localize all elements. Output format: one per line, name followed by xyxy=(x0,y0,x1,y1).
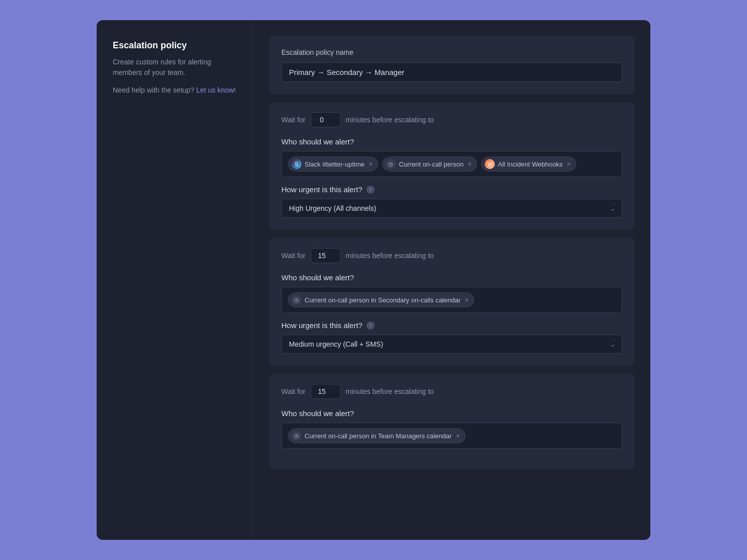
tag-close-managers[interactable]: × xyxy=(456,432,460,440)
urgency-select-2[interactable]: High Urgency (All channels) Medium urgen… xyxy=(281,335,622,354)
minutes-label-2: minutes before escalating to xyxy=(346,252,434,260)
escalation-step-2: Wait for minutes before escalating to Wh… xyxy=(269,238,634,366)
who-alert-label-2: Who should we alert? xyxy=(281,273,622,282)
escalation-step-3: Wait for minutes before escalating to Wh… xyxy=(269,374,634,469)
urgency-label-2: How urgent is this alert? xyxy=(281,321,362,330)
alert-targets-box-1: S Slack #better-uptime × ◷ Current on-ca… xyxy=(281,151,622,177)
alert-targets-box-3: ◷ Current on-call person in Team Manager… xyxy=(281,423,622,449)
urgency-select-wrapper-2: High Urgency (All channels) Medium urgen… xyxy=(281,335,622,354)
urgency-select-wrapper-1: High Urgency (All channels) Medium urgen… xyxy=(281,199,622,218)
wait-for-label-2: Wait for xyxy=(281,252,306,260)
sidebar-help-link[interactable]: Let us know xyxy=(196,86,234,94)
tag-webhook: W All Incident Webhooks × xyxy=(481,156,576,172)
urgency-label-1: How urgent is this alert? xyxy=(281,185,362,194)
policy-name-section: Escalation policy name xyxy=(269,36,634,94)
sidebar: Escalation policy Create custom rules fo… xyxy=(97,20,253,540)
oncall-icon-1: ◷ xyxy=(386,159,396,169)
who-alert-label-1: Who should we alert? xyxy=(281,137,622,146)
oncall-icon-3: ◷ xyxy=(291,431,302,441)
wait-for-label-1: Wait for xyxy=(281,116,306,124)
tag-label-managers: Current on-call person in Team Managers … xyxy=(305,432,452,440)
urgency-row-2: How urgent is this alert? i xyxy=(281,321,622,330)
alert-targets-box-2: ◷ Current on-call person in Secondary on… xyxy=(281,287,622,313)
tag-label-webhook: All Incident Webhooks xyxy=(498,161,562,168)
wait-input-3[interactable] xyxy=(311,384,341,399)
wait-input-1[interactable] xyxy=(311,112,341,127)
content-area: Escalation policy name Wait for minutes … xyxy=(253,20,650,540)
urgency-select-1[interactable]: High Urgency (All channels) Medium urgen… xyxy=(281,199,622,218)
wait-row-2: Wait for minutes before escalating to xyxy=(281,248,622,263)
tag-oncall-person: ◷ Current on-call person × xyxy=(382,156,477,172)
tag-label-secondary: Current on-call person in Secondary on-c… xyxy=(305,296,461,304)
tag-label-slack: Slack #better-uptime xyxy=(305,161,364,168)
minutes-label-3: minutes before escalating to xyxy=(346,387,434,395)
tag-secondary-oncall: ◷ Current on-call person in Secondary on… xyxy=(288,292,474,307)
oncall-icon-2: ◷ xyxy=(291,295,302,305)
urgency-row-1: How urgent is this alert? i xyxy=(281,185,622,194)
who-alert-label-3: Who should we alert? xyxy=(281,409,622,418)
wait-row-3: Wait for minutes before escalating to xyxy=(281,384,622,399)
webhook-icon: W xyxy=(485,159,495,169)
policy-name-label: Escalation policy name xyxy=(281,48,622,56)
policy-name-input[interactable] xyxy=(281,62,622,82)
minutes-label-1: minutes before escalating to xyxy=(346,116,434,124)
tag-close-secondary[interactable]: × xyxy=(465,296,469,304)
slack-icon: S xyxy=(291,159,302,169)
wait-for-label-3: Wait for xyxy=(281,387,306,395)
sidebar-help: Need help with the setup? Let us know! xyxy=(113,86,237,94)
tag-close-webhook[interactable]: × xyxy=(567,160,571,168)
tag-slack-better-uptime: S Slack #better-uptime × xyxy=(288,156,378,172)
sidebar-description: Create custom rules for alerting members… xyxy=(113,57,237,78)
wait-input-2[interactable] xyxy=(311,248,341,263)
sidebar-help-prefix: Need help with the setup? xyxy=(113,86,194,94)
sidebar-title: Escalation policy xyxy=(113,40,237,51)
escalation-step-1: Wait for minutes before escalating to Wh… xyxy=(269,102,634,230)
tag-close-slack[interactable]: × xyxy=(368,160,372,168)
tag-label-oncall-1: Current on-call person xyxy=(399,161,464,168)
info-icon-1[interactable]: i xyxy=(366,186,375,194)
main-container: Escalation policy Create custom rules fo… xyxy=(97,20,650,540)
sidebar-help-suffix: ! xyxy=(234,86,236,94)
info-icon-2[interactable]: i xyxy=(366,322,375,330)
tag-managers-oncall: ◷ Current on-call person in Team Manager… xyxy=(288,428,466,443)
wait-row-1: Wait for minutes before escalating to xyxy=(281,112,622,127)
tag-close-oncall-1[interactable]: × xyxy=(468,160,472,168)
